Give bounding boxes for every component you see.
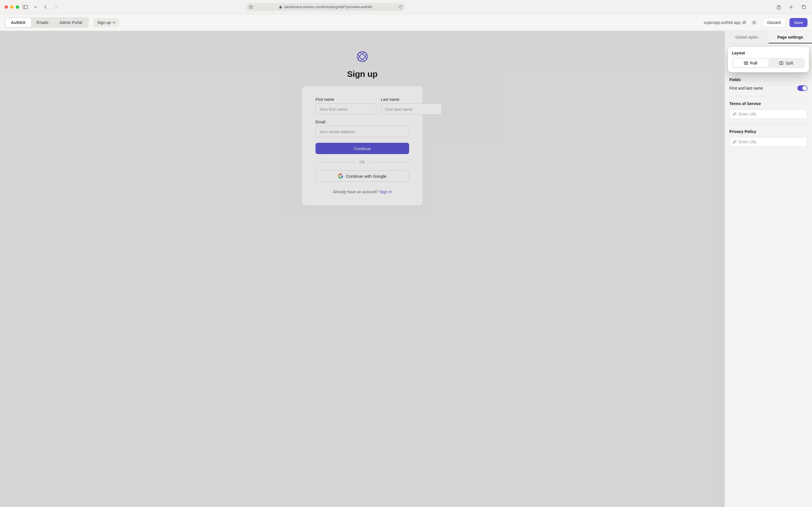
share-icon[interactable] [775,3,783,11]
already-have-account: Already have an account? Sign in [315,189,409,194]
tab-admin-portal[interactable]: Admin Portal [54,18,88,27]
layout-option-full[interactable]: Full [733,59,769,67]
privacy-section: Privacy Policy [729,124,808,152]
email-input[interactable] [315,126,409,137]
layout-segmented-control: Full Split [732,58,805,68]
tos-title: Terms of Service [729,101,808,106]
chevron-down-icon[interactable] [32,3,40,11]
svg-rect-6 [280,7,282,8]
signup-card: First name Last name Email Continue OR [302,86,423,206]
close-window[interactable] [4,5,8,9]
or-divider: OR [315,160,409,164]
layout-full-label: Full [750,61,757,65]
page-title: Sign up [347,69,377,79]
link-icon [732,140,737,144]
continue-button[interactable]: Continue [315,143,409,154]
layout-option-split[interactable]: Split [769,59,804,67]
back-icon[interactable] [42,3,50,11]
last-name-label: Last name [381,97,442,102]
minimize-window[interactable] [10,5,13,9]
layout-full-icon [744,61,748,65]
url-text: dashboard.workos.com/branding/edit?previ… [284,5,372,9]
google-button-label: Continue with Google [346,174,386,179]
theme-toggle-icon[interactable] [750,18,759,27]
lock-icon [279,5,282,9]
fields-title: Fields [729,77,808,82]
section-tabs: AuthKit Emails Admin Portal [4,17,89,28]
chevron-down-icon [112,22,115,23]
layout-popover: Layout Full Split [728,47,809,72]
google-icon [338,173,343,179]
last-name-input[interactable] [381,103,442,115]
svg-rect-13 [744,62,748,64]
first-name-label: First name [315,97,376,102]
page-selector-label: Sign-up [97,20,111,25]
layout-title: Layout [732,51,805,55]
workspace: Sign up First name Last name Email [0,31,812,507]
tos-url-input[interactable] [739,112,804,116]
privacy-url-input[interactable] [739,140,804,144]
fields-section: Fields First and last name [729,72,808,96]
svg-point-9 [753,21,755,23]
first-last-name-label: First and last name [729,86,763,91]
new-tab-icon[interactable] [787,3,795,11]
forward-icon [52,3,60,11]
brand-logo-icon [356,51,368,62]
canvas: Sign up First name Last name Email [0,31,725,507]
svg-rect-14 [746,62,747,64]
first-name-input[interactable] [315,103,376,115]
sign-in-link[interactable]: Sign in [379,189,392,194]
sidebar-toggle-icon[interactable] [21,3,29,11]
browser-chrome: dashboard.workos.com/branding/edit?previ… [0,0,812,14]
tab-page-settings[interactable]: Page settings [769,31,812,43]
tab-global-styles[interactable]: Global styles [725,31,769,43]
privacy-title: Privacy Policy [729,129,808,134]
reader-mode-icon[interactable] [249,5,253,9]
continue-with-google-button[interactable]: Continue with Google [315,170,409,182]
address-bar[interactable]: dashboard.workos.com/branding/edit?previ… [247,3,405,11]
preview-url-link[interactable]: superapp.authkit.app [704,20,746,25]
settings-sidebar: Global styles Page settings Layout Full [725,31,812,507]
fullscreen-window[interactable] [16,5,19,9]
tab-emails[interactable]: Emails [31,18,54,27]
discard-button[interactable]: Discard [763,18,785,27]
email-label: Email [315,120,409,124]
tab-authkit[interactable]: AuthKit [5,18,31,27]
tabs-overview-icon[interactable] [800,3,808,11]
already-text: Already have an account? [333,189,380,194]
svg-rect-0 [23,5,28,9]
layout-split-icon [779,61,783,65]
or-text: OR [359,160,365,164]
external-link-icon [742,21,746,24]
sidebar-tabs: Global styles Page settings [725,31,812,44]
first-last-name-toggle[interactable] [797,86,808,91]
preview-url-text: superapp.authkit.app [704,20,741,25]
save-button[interactable]: Save [790,18,808,27]
reload-icon[interactable] [398,5,402,9]
window-controls [4,5,19,9]
page-selector[interactable]: Sign-up [93,18,119,27]
tos-section: Terms of Service [729,96,808,124]
svg-rect-8 [802,6,806,9]
link-icon [732,112,737,116]
app-toolbar: AuthKit Emails Admin Portal Sign-up supe… [0,14,812,31]
layout-split-label: Split [785,61,793,65]
